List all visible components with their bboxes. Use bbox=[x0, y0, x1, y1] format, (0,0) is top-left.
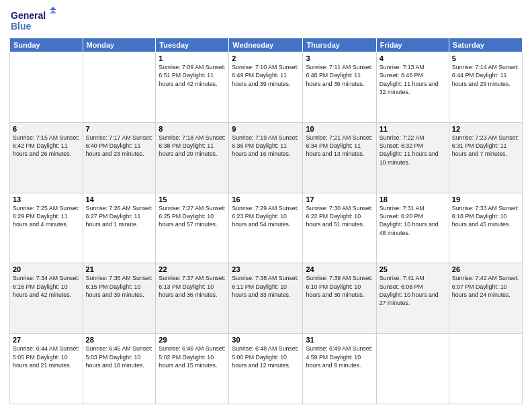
page-header: General Blue bbox=[9, 7, 523, 34]
day-number: 18 bbox=[380, 195, 446, 203]
calendar-cell: 2Sunrise: 7:10 AM Sunset: 6:49 PM Daylig… bbox=[229, 52, 303, 123]
calendar-cell: 3Sunrise: 7:11 AM Sunset: 6:48 PM Daylig… bbox=[303, 52, 376, 123]
day-info: Sunrise: 7:35 AM Sunset: 6:15 PM Dayligh… bbox=[86, 274, 153, 299]
day-number: 2 bbox=[232, 54, 300, 62]
calendar-header-wednesday: Wednesday bbox=[229, 38, 303, 52]
day-number: 1 bbox=[159, 54, 226, 62]
day-number: 13 bbox=[13, 195, 80, 203]
calendar-cell: 29Sunrise: 6:46 AM Sunset: 5:02 PM Dayli… bbox=[156, 334, 229, 404]
day-number: 21 bbox=[86, 265, 153, 273]
calendar-cell: 12Sunrise: 7:23 AM Sunset: 6:31 PM Dayli… bbox=[449, 122, 522, 193]
day-number: 22 bbox=[159, 265, 226, 273]
calendar-cell: 7Sunrise: 7:17 AM Sunset: 6:40 PM Daylig… bbox=[83, 122, 156, 193]
day-info: Sunrise: 7:29 AM Sunset: 6:23 PM Dayligh… bbox=[232, 204, 300, 229]
calendar-cell: 6Sunrise: 7:15 AM Sunset: 6:42 PM Daylig… bbox=[10, 122, 83, 193]
calendar-header-tuesday: Tuesday bbox=[156, 38, 229, 52]
day-info: Sunrise: 7:41 AM Sunset: 6:08 PM Dayligh… bbox=[380, 274, 446, 307]
calendar-header-saturday: Saturday bbox=[449, 38, 522, 52]
day-info: Sunrise: 7:11 AM Sunset: 6:48 PM Dayligh… bbox=[306, 63, 373, 88]
day-number: 10 bbox=[306, 125, 373, 133]
day-info: Sunrise: 7:38 AM Sunset: 6:11 PM Dayligh… bbox=[232, 274, 300, 299]
day-number: 9 bbox=[232, 125, 300, 133]
day-info: Sunrise: 7:26 AM Sunset: 6:27 PM Dayligh… bbox=[86, 204, 153, 229]
calendar-header-friday: Friday bbox=[376, 38, 449, 52]
day-number: 15 bbox=[159, 195, 226, 203]
calendar-week-4: 20Sunrise: 7:34 AM Sunset: 6:16 PM Dayli… bbox=[10, 263, 523, 334]
calendar-cell: 22Sunrise: 7:37 AM Sunset: 6:13 PM Dayli… bbox=[156, 263, 229, 334]
day-number: 23 bbox=[232, 265, 300, 273]
calendar-table: SundayMondayTuesdayWednesdayThursdayFrid… bbox=[9, 38, 523, 404]
day-number: 6 bbox=[13, 125, 80, 133]
day-info: Sunrise: 6:45 AM Sunset: 5:03 PM Dayligh… bbox=[86, 345, 153, 369]
day-info: Sunrise: 7:14 AM Sunset: 6:44 PM Dayligh… bbox=[452, 63, 519, 88]
calendar-cell bbox=[83, 52, 156, 123]
calendar-week-3: 13Sunrise: 7:25 AM Sunset: 6:29 PM Dayli… bbox=[10, 193, 523, 263]
calendar-cell: 10Sunrise: 7:21 AM Sunset: 6:34 PM Dayli… bbox=[303, 122, 376, 193]
day-info: Sunrise: 7:37 AM Sunset: 6:13 PM Dayligh… bbox=[159, 274, 226, 299]
calendar-cell: 15Sunrise: 7:27 AM Sunset: 6:25 PM Dayli… bbox=[156, 193, 229, 263]
day-number: 30 bbox=[232, 336, 300, 344]
calendar-cell: 25Sunrise: 7:41 AM Sunset: 6:08 PM Dayli… bbox=[376, 263, 449, 334]
calendar-cell: 24Sunrise: 7:39 AM Sunset: 6:10 PM Dayli… bbox=[303, 263, 376, 334]
day-number: 8 bbox=[159, 125, 226, 133]
calendar-cell: 4Sunrise: 7:13 AM Sunset: 6:46 PM Daylig… bbox=[376, 52, 449, 123]
day-number: 29 bbox=[159, 336, 226, 344]
day-number: 12 bbox=[452, 125, 519, 133]
day-info: Sunrise: 6:48 AM Sunset: 5:00 PM Dayligh… bbox=[232, 345, 300, 369]
day-info: Sunrise: 7:31 AM Sunset: 6:20 PM Dayligh… bbox=[380, 204, 446, 237]
day-number: 25 bbox=[380, 265, 446, 273]
day-number: 14 bbox=[86, 195, 153, 203]
calendar-cell: 17Sunrise: 7:30 AM Sunset: 6:22 PM Dayli… bbox=[303, 193, 376, 263]
day-info: Sunrise: 7:34 AM Sunset: 6:16 PM Dayligh… bbox=[13, 274, 80, 299]
day-info: Sunrise: 7:25 AM Sunset: 6:29 PM Dayligh… bbox=[13, 204, 80, 229]
calendar-cell: 28Sunrise: 6:45 AM Sunset: 5:03 PM Dayli… bbox=[83, 334, 156, 404]
calendar-cell: 18Sunrise: 7:31 AM Sunset: 6:20 PM Dayli… bbox=[376, 193, 449, 263]
day-number: 26 bbox=[452, 265, 519, 273]
day-info: Sunrise: 7:13 AM Sunset: 6:46 PM Dayligh… bbox=[380, 63, 446, 96]
calendar-cell: 11Sunrise: 7:22 AM Sunset: 6:32 PM Dayli… bbox=[376, 122, 449, 193]
calendar-cell: 27Sunrise: 6:44 AM Sunset: 5:05 PM Dayli… bbox=[10, 334, 83, 404]
day-info: Sunrise: 6:44 AM Sunset: 5:05 PM Dayligh… bbox=[13, 345, 80, 369]
day-info: Sunrise: 7:22 AM Sunset: 6:32 PM Dayligh… bbox=[380, 134, 446, 167]
day-number: 3 bbox=[306, 54, 373, 62]
day-info: Sunrise: 7:17 AM Sunset: 6:40 PM Dayligh… bbox=[86, 134, 153, 158]
calendar-cell: 26Sunrise: 7:42 AM Sunset: 6:07 PM Dayli… bbox=[449, 263, 522, 334]
logo: General Blue bbox=[9, 7, 56, 34]
calendar-cell bbox=[449, 334, 522, 404]
calendar-header-thursday: Thursday bbox=[303, 38, 376, 52]
calendar-body: 1Sunrise: 7:09 AM Sunset: 6:51 PM Daylig… bbox=[10, 52, 523, 404]
day-number: 20 bbox=[13, 265, 80, 273]
day-info: Sunrise: 7:21 AM Sunset: 6:34 PM Dayligh… bbox=[306, 134, 373, 158]
day-info: Sunrise: 7:42 AM Sunset: 6:07 PM Dayligh… bbox=[452, 274, 519, 299]
calendar-week-2: 6Sunrise: 7:15 AM Sunset: 6:42 PM Daylig… bbox=[10, 122, 523, 193]
day-info: Sunrise: 7:09 AM Sunset: 6:51 PM Dayligh… bbox=[159, 63, 226, 88]
day-info: Sunrise: 7:10 AM Sunset: 6:49 PM Dayligh… bbox=[232, 63, 300, 88]
day-number: 24 bbox=[306, 265, 373, 273]
calendar-cell: 31Sunrise: 6:49 AM Sunset: 4:59 PM Dayli… bbox=[303, 334, 376, 404]
day-number: 17 bbox=[306, 195, 373, 203]
day-info: Sunrise: 7:19 AM Sunset: 6:36 PM Dayligh… bbox=[232, 134, 300, 158]
day-info: Sunrise: 7:18 AM Sunset: 6:38 PM Dayligh… bbox=[159, 134, 226, 158]
calendar-header-row: SundayMondayTuesdayWednesdayThursdayFrid… bbox=[10, 38, 523, 52]
day-info: Sunrise: 7:15 AM Sunset: 6:42 PM Dayligh… bbox=[13, 134, 80, 158]
day-number: 27 bbox=[13, 336, 80, 344]
svg-text:Blue: Blue bbox=[11, 21, 32, 32]
calendar-cell: 5Sunrise: 7:14 AM Sunset: 6:44 PM Daylig… bbox=[449, 52, 522, 123]
day-number: 4 bbox=[380, 54, 446, 62]
svg-text:General: General bbox=[11, 10, 46, 21]
day-number: 7 bbox=[86, 125, 153, 133]
svg-marker-3 bbox=[50, 10, 56, 13]
day-info: Sunrise: 6:49 AM Sunset: 4:59 PM Dayligh… bbox=[306, 345, 373, 369]
day-info: Sunrise: 7:39 AM Sunset: 6:10 PM Dayligh… bbox=[306, 274, 373, 299]
calendar-cell: 9Sunrise: 7:19 AM Sunset: 6:36 PM Daylig… bbox=[229, 122, 303, 193]
calendar-cell: 20Sunrise: 7:34 AM Sunset: 6:16 PM Dayli… bbox=[10, 263, 83, 334]
calendar-header-sunday: Sunday bbox=[10, 38, 83, 52]
calendar-cell: 8Sunrise: 7:18 AM Sunset: 6:38 PM Daylig… bbox=[156, 122, 229, 193]
day-number: 5 bbox=[452, 54, 519, 62]
day-number: 19 bbox=[452, 195, 519, 203]
calendar-cell bbox=[10, 52, 83, 123]
day-info: Sunrise: 7:27 AM Sunset: 6:25 PM Dayligh… bbox=[159, 204, 226, 229]
day-number: 31 bbox=[306, 336, 373, 344]
calendar-week-1: 1Sunrise: 7:09 AM Sunset: 6:51 PM Daylig… bbox=[10, 52, 523, 123]
calendar-cell: 14Sunrise: 7:26 AM Sunset: 6:27 PM Dayli… bbox=[83, 193, 156, 263]
